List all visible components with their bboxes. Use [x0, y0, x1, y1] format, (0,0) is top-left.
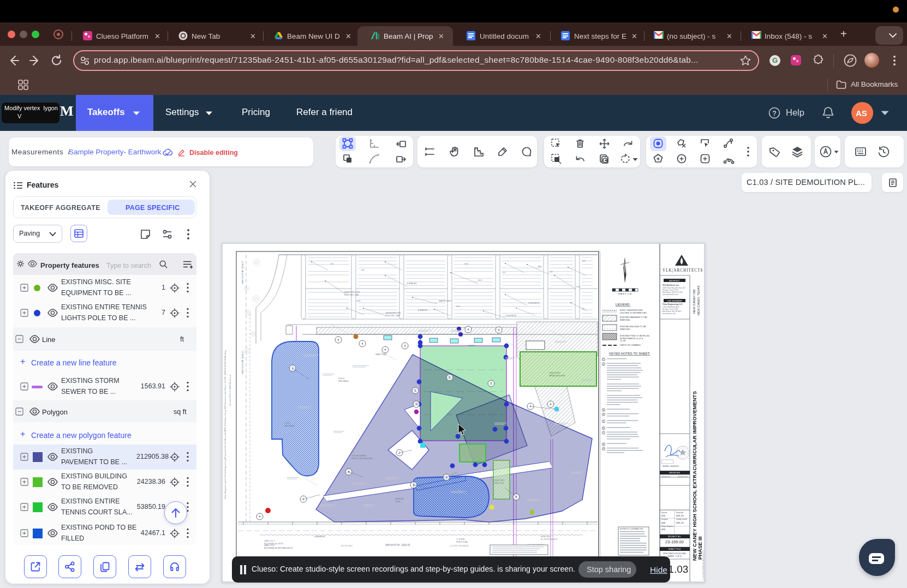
svg-text:SAND VOLT: SAND VOLT — [264, 540, 276, 542]
svg-text:ELECTRIC LINE: ELECTRIC LINE — [344, 294, 359, 296]
svg-text:SITE DEMOLITION PLAN: SITE DEMOLITION PLAN — [663, 553, 686, 555]
svg-text:1/4 inch 2023 3:10PM Westmont: 1/4 inch 2023 3:10PM Westmont — [229, 374, 231, 406]
svg-text:17 STEEL: 17 STEEL — [456, 538, 465, 541]
svg-text:6: 6 — [603, 427, 604, 429]
svg-text:UNPASS/BL: UNPASS/BL — [314, 536, 325, 538]
svg-text:LEGEND:: LEGEND: — [616, 302, 630, 306]
svg-text:CIVIL ENGINEER: CIVIL ENGINEER — [667, 300, 682, 302]
svg-text:10.5 P/L RDX: 10.5 P/L RDX — [341, 545, 353, 547]
svg-text:N02°12'29"W 1128.17': N02°12'29"W 1128.17' — [241, 260, 244, 284]
svg-text:PROJECT NO.: PROJECT NO. — [668, 536, 681, 538]
svg-text:VLK Architects, Inc.: VLK Architects, Inc. — [663, 284, 679, 286]
svg-text:Revision No.: Revision No. — [661, 476, 671, 478]
svg-text:Tolun Engineering, LLC: Tolun Engineering, LLC — [663, 303, 683, 305]
svg-text:24.0: 24.0 — [478, 279, 482, 281]
svg-text:UTILITIES TO BE REMOVED: UTILITIES TO BE REMOVED — [620, 312, 647, 314]
svg-text:BWR_JDK: BWR_JDK — [676, 515, 684, 517]
svg-text:CONCRETE: CONCRETE — [505, 315, 517, 317]
svg-text:Tolun Engineering LLC/Tolun En: Tolun Engineering LLC/Tolun Engineering/… — [224, 351, 226, 499]
svg-text:Quality Control: Quality Control — [676, 518, 687, 520]
svg-text:9: 9 — [603, 448, 604, 450]
svg-text:TYP: TYP — [549, 271, 553, 273]
svg-text:C. xxx 2023 8:10PM VLK-ARCH: C. xxx 2023 8:10PM VLK-ARCHITECTS — [702, 550, 705, 580]
svg-text:7: 7 — [603, 432, 604, 434]
svg-text:EXISTING BUILDING TO BE: EXISTING BUILDING TO BE — [620, 326, 646, 328]
svg-text:ONE-STORY: ONE-STORY — [549, 372, 561, 374]
svg-text:8 SPACES: 8 SPACES — [407, 283, 417, 285]
svg-text:1: 1 — [603, 358, 604, 361]
svg-text:(ME RAGE): (ME RAGE) — [338, 380, 349, 382]
svg-text:S86°44'07"W 1930.43': S86°44'07"W 1930.43' — [385, 544, 410, 547]
svg-text:UNDERGROUND: UNDERGROUND — [385, 312, 401, 314]
svg-text:NOTES TO CONTRACTOR:: NOTES TO CONTRACTOR: — [620, 528, 643, 530]
svg-text:CONC: CONC — [395, 501, 401, 503]
svg-text:BWR: BWR — [661, 515, 666, 517]
svg-text:?: ? — [772, 110, 777, 117]
svg-text:24.0: 24.0 — [464, 263, 468, 265]
svg-text:8 SPACES: 8 SPACES — [418, 309, 428, 311]
svg-text:Revision Date: Revision Date — [678, 476, 688, 478]
svg-text:STORM SEWER: STORM SEWER — [351, 455, 366, 457]
svg-text:Drawn By: Drawn By — [676, 512, 684, 514]
svg-text:FL 24 RCP S 68.21: FL 24 RCP S 68.21 — [541, 538, 558, 541]
svg-text:METAL BUILDING: METAL BUILDING — [549, 375, 565, 377]
svg-text:CONCRETE: CONCRETE — [528, 302, 540, 304]
svg-text:2: 2 — [603, 363, 604, 365]
svg-text:BWR: BWR — [661, 529, 666, 531]
svg-text:BULKHEAD AT ENTRANCES IN: BULKHEAD AT ENTRANCES IN — [264, 547, 293, 549]
svg-text:UNDERGROUND: UNDERGROUND — [344, 291, 360, 293]
svg-text:www.vlkarchitects.com: www.vlkarchitects.com — [663, 293, 679, 296]
svg-text:8: 8 — [603, 443, 604, 446]
svg-text:C1.08: C1.08 — [620, 340, 625, 342]
svg-text:(ME RAGE): (ME RAGE) — [284, 425, 295, 427]
svg-text:8 Steel: 8 Steel — [338, 377, 344, 380]
svg-text:REMOVED: REMOVED — [620, 319, 630, 321]
svg-text:REMOVE: REMOVE — [395, 498, 404, 500]
svg-text:5: 5 — [603, 421, 604, 423]
svg-text:LIMITS OF CLEARING: LIMITS OF CLEARING — [620, 344, 641, 346]
svg-text:ELECTRIC LINE: ELECTRIC LINE — [385, 315, 400, 317]
svg-text:PIPE FOUND: PIPE FOUND — [456, 541, 468, 543]
svg-text:N02°12'29"W 1128.17': N02°12'29"W 1128.17' — [241, 350, 244, 374]
svg-text:WATER: WATER — [468, 345, 475, 347]
svg-text:R20: R20 — [357, 300, 361, 302]
svg-text:KEYED NOTES TO SHEET:: KEYED NOTES TO SHEET: — [609, 352, 650, 355]
svg-text:WATERTIGHT: WATERTIGHT — [439, 300, 452, 302]
svg-text:EXIST WLT: EXIST WLT — [494, 479, 505, 482]
svg-text:Director: Director — [661, 512, 667, 514]
svg-text:RIM=76.81: RIM=76.81 — [494, 482, 504, 484]
svg-text:NEW CANEY, TEXAS: NEW CANEY, TEXAS — [697, 285, 700, 315]
svg-text:ARCHITECT: ARCHITECT — [669, 280, 679, 282]
svg-text:NEW CANEY ISD: NEW CANEY ISD — [693, 289, 696, 314]
svg-text:TYP: TYP — [582, 260, 586, 262]
svg-text:TYP: TYP — [361, 269, 365, 272]
svg-text:23-155.00: 23-155.00 — [665, 539, 684, 544]
svg-text:EXISTING POND TO BE FILLED: EXISTING POND TO BE FILLED — [620, 335, 650, 337]
svg-text:Project Engineer: Project Engineer — [661, 525, 673, 527]
svg-text:Designer: Designer — [661, 518, 668, 520]
svg-text:BULKHEAD AT ENTR: BULKHEAD AT ENTR — [264, 543, 284, 545]
svg-text:4: 4 — [603, 413, 604, 416]
svg-text:www.tolunece.com: www.tolunece.com — [663, 313, 676, 315]
svg-text:NEW CANEY HIGH SCHOOL EXTRACUR: NEW CANEY HIGH SCHOOL EXTRACURRICULAR IM… — [691, 391, 697, 561]
svg-text:24.0: 24.0 — [456, 305, 460, 308]
svg-text:EXIST. UNDERGROUND: EXIST. UNDERGROUND — [620, 309, 643, 311]
svg-text:REMOVED: REMOVED — [620, 328, 630, 331]
svg-text:VLK|ARCHITECTS: VLK|ARCHITECTS — [663, 268, 703, 273]
svg-text:9.0: 9.0 — [582, 308, 584, 310]
svg-text:(SHEET 1 OF 2): (SHEET 1 OF 2) — [667, 555, 682, 557]
svg-text:24.0: 24.0 — [576, 286, 580, 288]
svg-text:BWR: BWR — [661, 522, 666, 524]
svg-text:9.0: 9.0 — [503, 272, 505, 274]
svg-text:ISSUED: 01/06/2023: ISSUED: 01/06/2023 — [663, 465, 679, 467]
svg-text:REVISIONS: REVISIONS — [669, 472, 680, 474]
svg-text:EXISTING PAVEMENT TO BE: EXISTING PAVEMENT TO BE — [620, 316, 647, 319]
svg-text:R30: R30 — [538, 266, 542, 268]
svg-text:17 P/L: 17 P/L — [284, 422, 290, 424]
svg-text:EXIST WLT: EXIST WLT — [541, 536, 551, 538]
svg-text:IN PER SHEETS C1.07 &: IN PER SHEETS C1.07 & — [620, 338, 643, 340]
svg-text:SCALE: 1" = 30': SCALE: 1" = 30' — [618, 293, 632, 295]
svg-text:BWR_JDK: BWR_JDK — [676, 522, 684, 524]
svg-text:8.0: 8.0 — [331, 263, 333, 265]
svg-text:3: 3 — [603, 409, 604, 411]
